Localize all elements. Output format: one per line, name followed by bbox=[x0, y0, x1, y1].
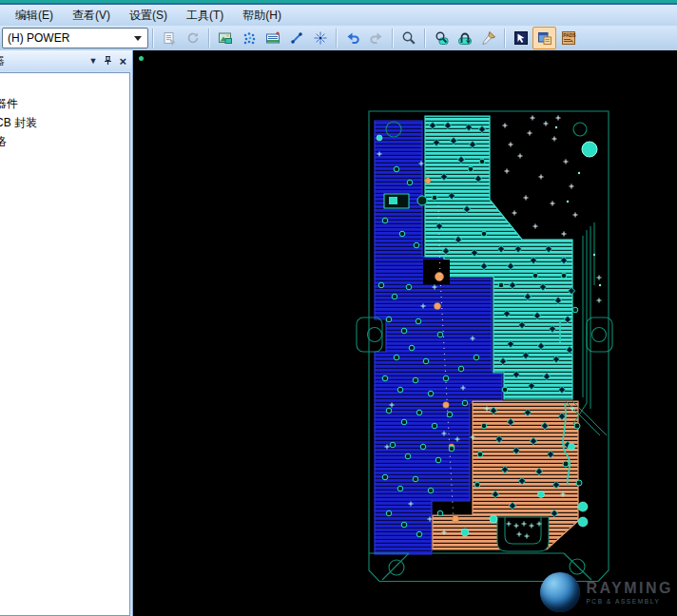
tree-item-nets[interactable]: 络 bbox=[0, 132, 129, 151]
brush-button[interactable] bbox=[476, 27, 500, 49]
refresh-button[interactable] bbox=[181, 27, 204, 49]
measure-button[interactable] bbox=[284, 27, 308, 49]
image-icon bbox=[218, 30, 233, 46]
pads-icon: PADS bbox=[561, 30, 576, 46]
board-view-icon bbox=[513, 30, 529, 46]
watermark-logo-icon bbox=[540, 572, 580, 612]
redo-icon bbox=[369, 30, 384, 46]
close-icon[interactable]: × bbox=[119, 55, 126, 67]
menu-settings[interactable]: 设置(S) bbox=[120, 6, 177, 26]
refresh-icon bbox=[185, 30, 201, 46]
pcb-board-view bbox=[133, 50, 674, 616]
pads-logo-button[interactable]: PADS bbox=[556, 27, 580, 49]
menu-bar: 编辑(E) 查看(V) 设置(S) 工具(T) 帮助(H) bbox=[0, 5, 677, 26]
toolbar: (H) POWER bbox=[0, 26, 677, 51]
undo-icon bbox=[345, 30, 360, 46]
project-panel: 器 ▼ × 器件 CB 封装 络 bbox=[0, 50, 133, 616]
dots-icon bbox=[242, 30, 257, 46]
svg-text:PADS: PADS bbox=[563, 32, 576, 38]
pcb-canvas[interactable]: RAYMING PCB & ASSEMBLY bbox=[133, 50, 677, 616]
layer-selector[interactable]: (H) POWER bbox=[2, 28, 148, 48]
menu-help[interactable]: 帮助(H) bbox=[233, 6, 291, 26]
menu-edit[interactable]: 编辑(E) bbox=[6, 6, 63, 26]
tree-item-components[interactable]: 器件 bbox=[0, 94, 129, 113]
toolbar-separator bbox=[504, 29, 505, 48]
panel-title-fragment: 器 bbox=[0, 53, 9, 69]
window-tool-button[interactable] bbox=[532, 27, 556, 49]
nets-scatter-button[interactable] bbox=[237, 27, 261, 49]
zoom-button[interactable] bbox=[397, 27, 420, 49]
pan-back-button[interactable] bbox=[453, 27, 476, 49]
radial-move-button[interactable] bbox=[308, 27, 332, 49]
redo-button[interactable] bbox=[364, 27, 388, 49]
menu-view[interactable]: 查看(V) bbox=[63, 6, 120, 26]
pin-icon[interactable] bbox=[104, 55, 112, 67]
zoom-color-icon bbox=[434, 30, 449, 46]
zoom-selection-button[interactable] bbox=[429, 27, 453, 49]
tree-item-pcb-decals[interactable]: CB 封装 bbox=[0, 113, 129, 132]
layers-setup-button[interactable] bbox=[261, 27, 284, 49]
watermark: RAYMING PCB & ASSEMBLY bbox=[540, 572, 673, 612]
toolbar-separator bbox=[392, 29, 393, 48]
undo-button[interactable] bbox=[340, 27, 364, 49]
window-icon bbox=[537, 30, 552, 46]
chevron-down-icon[interactable] bbox=[134, 36, 142, 41]
properties-icon bbox=[162, 30, 177, 46]
watermark-tagline: PCB & ASSEMBLY bbox=[586, 598, 673, 605]
radial-icon bbox=[313, 30, 328, 46]
watermark-name: RAYMING bbox=[586, 581, 673, 596]
zoom-icon bbox=[401, 30, 416, 46]
panel-title-bar[interactable]: 器 ▼ × bbox=[0, 50, 132, 71]
workspace: 器 ▼ × 器件 CB 封装 络 bbox=[0, 50, 677, 616]
brush-icon bbox=[481, 30, 496, 46]
measure-icon bbox=[289, 30, 304, 46]
pan-icon bbox=[457, 30, 473, 46]
panel-tree: 器件 CB 封装 络 bbox=[0, 72, 130, 616]
toolbar-separator bbox=[152, 29, 153, 48]
toolbar-separator bbox=[208, 29, 209, 48]
board-view-button[interactable] bbox=[509, 27, 532, 49]
toolbar-separator bbox=[424, 29, 425, 48]
chevron-down-icon[interactable]: ▼ bbox=[88, 57, 97, 66]
layers-icon bbox=[265, 30, 280, 46]
properties-button[interactable] bbox=[157, 27, 181, 49]
menu-tools[interactable]: 工具(T) bbox=[177, 6, 233, 26]
toolbar-separator bbox=[336, 29, 337, 48]
image-tool-button[interactable] bbox=[213, 27, 237, 49]
layer-selector-value: (H) POWER bbox=[3, 31, 134, 45]
